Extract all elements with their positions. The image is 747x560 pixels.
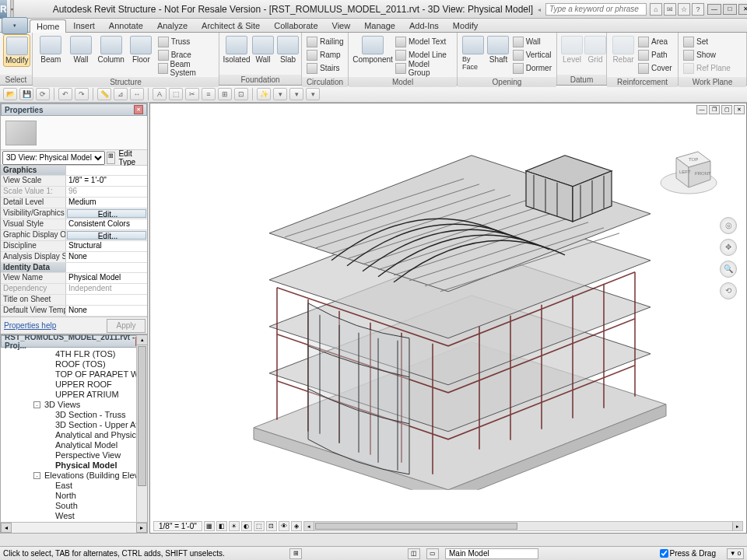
component-button[interactable]: Component — [352, 34, 394, 65]
properties-close-icon[interactable]: × — [134, 105, 143, 114]
tree-item[interactable]: TOP OF PARAPET WALL — [1, 369, 147, 380]
opening-wall-button[interactable]: Wall — [513, 35, 552, 48]
grid-button[interactable]: Grid — [584, 34, 607, 65]
detail-level-value[interactable]: Medium — [66, 198, 147, 208]
modify-button[interactable]: Modify — [3, 34, 30, 67]
rebar-button[interactable]: Rebar — [610, 34, 637, 65]
3dview-button[interactable]: ⬚ — [169, 88, 183, 100]
tree-item[interactable]: Analytical and Physical Mode — [1, 430, 147, 440]
minimize-button[interactable]: — — [707, 4, 721, 15]
tab-insert[interactable]: Insert — [66, 19, 102, 32]
app-icon[interactable]: R — [0, 0, 7, 19]
shadows-icon[interactable]: ◐ — [241, 521, 252, 531]
title-sheet-value[interactable] — [66, 295, 147, 305]
drop1-button[interactable]: ▾ — [273, 88, 287, 100]
tree-item[interactable]: West — [1, 511, 147, 521]
area-button[interactable]: Area — [638, 35, 672, 48]
tab-home[interactable]: Home — [30, 19, 66, 33]
by-face-button[interactable]: By Face — [461, 34, 486, 72]
save-button[interactable]: 💾 — [19, 88, 33, 100]
tab-addins[interactable]: Add-Ins — [402, 19, 446, 32]
set-button[interactable]: Set — [683, 35, 731, 48]
project-tree[interactable]: 4TH FLR (TOS)ROOF (TOS)TOP OF PARAPET WA… — [1, 348, 147, 534]
application-menu-button[interactable]: ▾ — [2, 17, 28, 34]
tab-annotate[interactable]: Annotate — [102, 19, 150, 32]
vertical-button[interactable]: Vertical — [513, 48, 552, 61]
apply-button[interactable]: Apply — [107, 319, 146, 333]
worksets-icon[interactable]: ⊞ — [289, 548, 302, 559]
dormer-button[interactable]: Dormer — [513, 61, 552, 75]
drop2-button[interactable]: ▾ — [289, 88, 303, 100]
tree-item[interactable]: 4TH FLR (TOS) — [1, 349, 147, 359]
beam-system-button[interactable]: Beam System — [158, 61, 214, 75]
help-search-input[interactable] — [545, 3, 647, 16]
tree-item[interactable]: Physical Model — [1, 460, 147, 471]
active-workset-icon[interactable]: ▭ — [426, 548, 439, 559]
scale-display[interactable]: 1/8" = 1'-0" — [153, 521, 202, 531]
properties-help-link[interactable]: Properties help — [2, 321, 103, 330]
tab-view[interactable]: View — [325, 19, 358, 32]
communication-icon[interactable]: ✉ — [664, 3, 676, 16]
tab-modify[interactable]: Modify — [446, 19, 485, 32]
tree-item[interactable]: East — [1, 481, 147, 491]
cover-button[interactable]: Cover — [638, 61, 672, 75]
view-cube[interactable]: LEFT FRONT TOP — [658, 139, 720, 201]
press-drag-checkbox[interactable] — [660, 549, 668, 558]
view-maximize-button[interactable]: ▢ — [721, 105, 732, 114]
isolated-button[interactable]: Isolated — [223, 34, 251, 65]
undo-button[interactable]: ↶ — [58, 88, 72, 100]
analysis-display-value[interactable]: None — [66, 252, 147, 262]
workset-selector[interactable]: Main Model — [445, 548, 538, 559]
open-button[interactable]: 📂 — [3, 88, 17, 100]
show-button[interactable]: Show — [683, 48, 731, 61]
favorites-icon[interactable]: ☆ — [678, 3, 690, 16]
sun-path-icon[interactable]: ☀ — [229, 521, 240, 531]
detail-level-icon[interactable]: ▦ — [204, 521, 215, 531]
slab-button[interactable]: Slab — [275, 34, 300, 65]
discipline-value[interactable]: Structural — [66, 241, 147, 251]
tree-item[interactable]: ROOF (TOS) — [1, 359, 147, 369]
help-icon[interactable]: ? — [692, 3, 704, 16]
view-close-button[interactable]: ✕ — [734, 105, 745, 114]
close-button[interactable]: ✕ — [738, 4, 747, 15]
tree-expand-icon[interactable]: - — [33, 472, 40, 479]
recent-arrow-icon[interactable]: ◂ — [538, 6, 541, 12]
tree-item[interactable]: Analytical Model — [1, 440, 147, 450]
visual-style-value[interactable]: Consistent Colors — [66, 219, 147, 229]
level-button[interactable]: Level — [560, 34, 584, 65]
properties-header[interactable]: Properties× — [1, 103, 147, 116]
railing-button[interactable]: Railing — [307, 35, 344, 48]
sync-button[interactable]: ⟳ — [36, 88, 50, 100]
orbit-button[interactable]: ⟲ — [720, 282, 737, 299]
browser-vscroll[interactable]: ▴ — [136, 335, 147, 522]
shaft-button[interactable]: Shaft — [486, 34, 510, 65]
drop3-button[interactable]: ▾ — [306, 88, 320, 100]
view-minimize-button[interactable]: — — [696, 105, 707, 114]
model-text-button[interactable]: Model Text — [395, 35, 452, 48]
dim-button[interactable]: ↔ — [130, 88, 144, 100]
closewin-button[interactable]: ⊞ — [218, 88, 232, 100]
tree-item[interactable]: North — [1, 491, 147, 501]
tab-manage[interactable]: Manage — [357, 19, 402, 32]
tree-item[interactable]: UPPER ATRIUM — [1, 390, 147, 400]
tree-item[interactable]: Elevations (Building Elevation)- — [1, 471, 147, 481]
tree-expand-icon[interactable]: - — [33, 401, 40, 408]
graphic-display-edit-button[interactable]: Edit... — [67, 231, 146, 240]
text-button[interactable]: A — [153, 88, 167, 100]
column-button[interactable]: Column — [96, 34, 126, 65]
type-selector[interactable]: 3D View: Physical Model — [2, 151, 105, 165]
wall-button[interactable]: Wall — [66, 34, 96, 65]
switch-button[interactable]: ⊡ — [234, 88, 248, 100]
steering-wheel-button[interactable]: ◎ — [720, 217, 737, 234]
view-scale-value[interactable]: 1/8" = 1'-0" — [66, 176, 147, 186]
reveal-icon[interactable]: ◈ — [291, 521, 302, 531]
tab-architect-site[interactable]: Architect & Site — [195, 19, 267, 32]
visibility-edit-button[interactable]: Edit... — [67, 209, 146, 218]
3d-canvas[interactable]: LEFT FRONT TOP ◎ ✥ 🔍 ⟲ — [153, 116, 743, 520]
truss-button[interactable]: Truss — [158, 35, 214, 48]
align-button[interactable]: ⊿ — [114, 88, 128, 100]
crop-icon[interactable]: ⬚ — [254, 521, 265, 531]
hide-isolate-icon[interactable]: 👁 — [279, 521, 289, 531]
tree-item[interactable]: UPPER ROOF — [1, 380, 147, 390]
tree-item[interactable]: South — [1, 501, 147, 511]
